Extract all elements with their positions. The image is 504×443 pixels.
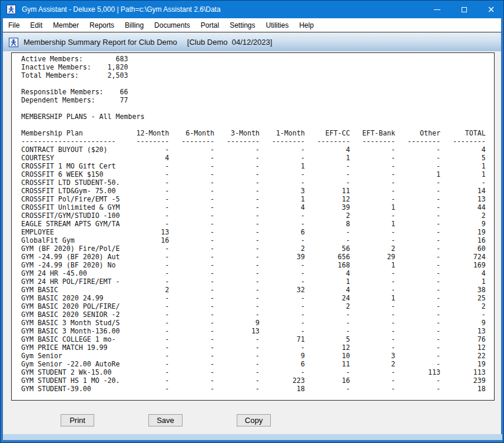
report-line: ----------------------- -------- -------…: [21, 137, 494, 146]
report-line: GYM -24.99 (BF 2020) Aut - - - 39 656 29…: [21, 253, 494, 261]
report-line: CROSSFIT 6 WEEK $150 - - - - - - 1 1: [21, 170, 494, 178]
report-line: GlobalFit Gym 16 - - - - - - 16: [21, 236, 494, 244]
report-line: GYM BASIC 3 Month-136.00 - - 13 - - - - …: [21, 327, 494, 335]
report-line: GYM BASIC COLLEGE 1 mo- - - - 71 5 - - 7…: [21, 335, 494, 343]
report-line: Responsible Members: 66: [21, 88, 494, 96]
report-line: CROSSFIT Unlimited & GYM - - - 4 39 1 - …: [21, 203, 494, 211]
menu-documents[interactable]: Documents: [149, 19, 195, 32]
save-button[interactable]: Save: [148, 414, 183, 427]
window-inner-strip: [3, 434, 502, 440]
menu-file[interactable]: File: [3, 19, 25, 32]
maximize-button[interactable]: [450, 1, 478, 18]
window-title: Gym Assistant - Deluxe 5,000 | Path=c:\G…: [22, 5, 423, 14]
menu-billing[interactable]: Billing: [120, 19, 149, 32]
close-button[interactable]: ×: [478, 1, 504, 18]
report-line: MEMBERSHIP PLANS - All Members: [21, 113, 494, 121]
report-line: GYM 24 HR POL/FIRE/EMT - - - - - 1 - - 1: [21, 277, 494, 286]
report-line: GYM 24 HR -45.00 - - - - 4 - - 4: [21, 269, 494, 277]
menu-member[interactable]: Member: [48, 19, 84, 32]
window-border-bottom: [1, 440, 504, 442]
report-line: COURTESY 4 - - - 1 - - 5: [21, 154, 494, 162]
maximize-icon: [462, 7, 467, 12]
close-icon: ×: [488, 5, 495, 14]
report-line: GYM STUDENT 2 Wk-15.00 - - - - - - 113 1…: [21, 368, 494, 376]
report-page-title: Membership Summary Report for Club Demo: [24, 38, 177, 47]
report-club-date: [Club Demo 04/12/2023]: [187, 38, 273, 47]
report-line: GYM BASIC 2020 SENIOR -2 - - - - - - - -: [21, 310, 494, 319]
report-line: GYM STUDENT HS 1 MO -20. - - - 223 16 - …: [21, 376, 494, 385]
window-border-right: [501, 18, 503, 443]
report-line: GYM BASIC 2 - - 32 4 - - 38: [21, 286, 494, 294]
report-line: GYM -24.99 (BF 2020) No - - - - 168 1 - …: [21, 261, 494, 269]
pdf-report-icon: [9, 38, 18, 47]
app-window: Gym Assistant - Deluxe 5,000 | Path=c:\G…: [0, 0, 504, 443]
report-line: CROSSFIT Pol/Fire/EMT -5 - - - 1 12 - - …: [21, 195, 494, 203]
copy-button[interactable]: Copy: [237, 414, 271, 427]
report-line: GYM BASIC 2020 POL/FIRE/ - - - - 2 - - 2: [21, 302, 494, 310]
report-header-band: Membership Summary Report for Club Demo …: [1, 33, 504, 51]
report-line: EAGLE STREAM APTS GYM/TA - - - - 8 1 - 9: [21, 220, 494, 228]
print-button[interactable]: Print: [61, 414, 94, 427]
menu-edit[interactable]: Edit: [25, 19, 48, 32]
report-line: Gym Senior - - - 9 10 3 - 22: [21, 352, 494, 360]
report-line: CROSSFIT LTD&Gym- 75.00 - - - 3 11 - - 1…: [21, 187, 494, 195]
report-line: Membership Plan 12-Month 6-Month 3-Month…: [21, 129, 494, 137]
report-line: GYM STUDENT-39.00 - - - 18 - - - 18: [21, 385, 494, 393]
title-bar: Gym Assistant - Deluxe 5,000 | Path=c:\G…: [1, 1, 504, 18]
menu-settings[interactable]: Settings: [224, 19, 260, 32]
menu-portal[interactable]: Portal: [195, 19, 224, 32]
report-line: CONTRACT BUYOUT ($20) - - - - 4 - - 4: [21, 146, 494, 154]
report-line: EMPLOYEE 13 - - 6 - - - 19: [21, 228, 494, 236]
report-text: Active Members: 683Inactive Members: 1,8…: [11, 52, 495, 401]
report-line: GYM (BF 2020) Fire/Pol/E - - - 2 56 2 - …: [21, 244, 494, 253]
report-line: GYM PRICE MATCH 19.99 - - - - 12 - - 12: [21, 343, 494, 352]
report-line: GYM BASIC 2020 24.99 - - - - 24 1 - 25: [21, 294, 494, 302]
window-border-left: [1, 18, 3, 443]
report-line: [21, 121, 494, 129]
report-line: [21, 104, 494, 113]
report-line: CROSSFIT/GYM/STUDIO -100 - - - - 2 - - 2: [21, 211, 494, 220]
app-icon: [6, 5, 16, 14]
report-line: Dependent Members: 77: [21, 96, 494, 104]
report-line: Gym Senior -22.00 AutoRe - - - 6 11 2 - …: [21, 360, 494, 368]
report-line: GYM BASIC 3 Month Stud/S - - 9 - - - - 9: [21, 319, 494, 327]
minimize-icon: [434, 9, 440, 10]
menu-utilities[interactable]: Utilities: [261, 19, 294, 32]
menu-help[interactable]: Help: [294, 19, 319, 32]
report-line: Inactive Members: 1,820: [21, 63, 494, 71]
report-line: Total Members: 2,503: [21, 71, 494, 80]
report-line: CROSSFIT LTD STUDENT-50. - - - - - - - -: [21, 178, 494, 187]
report-line: Active Members: 683: [21, 55, 494, 63]
menu-bar: File Edit Member Reports Billing Documen…: [1, 18, 504, 32]
minimize-button[interactable]: [423, 1, 450, 18]
report-line: CROSSFIT 1 MO Gift Cert - - - 1 - - - 1: [21, 162, 494, 170]
menu-reports[interactable]: Reports: [84, 19, 120, 32]
report-line: [21, 80, 494, 88]
